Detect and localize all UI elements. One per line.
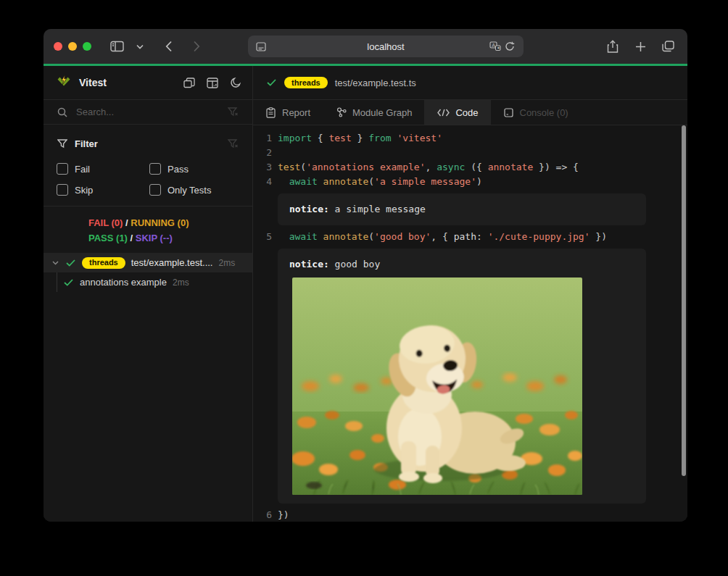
traffic-lights	[54, 42, 91, 51]
code-line: 1import { test } from 'vitest'	[253, 131, 687, 146]
tab-bar: Report Module Graph Code	[253, 100, 687, 125]
code-line: 4 await annotate('a simple message')	[253, 175, 687, 189]
clear-filters-icon[interactable]	[223, 134, 242, 153]
browser-window: localhost A★	[44, 29, 687, 522]
vitest-logo-icon	[57, 75, 71, 91]
annotation-message: a simple message	[329, 204, 426, 214]
funnel-icon	[57, 134, 68, 153]
url-text: localhost	[248, 41, 524, 52]
translate-icon[interactable]: A★	[488, 37, 502, 56]
code-line: 5 await annotate('good boy', { path: './…	[253, 230, 687, 244]
tab-code[interactable]: Code	[424, 100, 490, 125]
line-number: 6	[253, 508, 272, 522]
tab-overview-icon[interactable]	[658, 37, 677, 56]
line-number: 3	[253, 160, 272, 175]
code-token: ({	[465, 162, 487, 172]
chevron-down-icon[interactable]	[131, 37, 149, 56]
code-icon	[437, 103, 450, 122]
address-bar[interactable]: localhost A★	[248, 36, 524, 57]
report-icon	[265, 103, 276, 122]
code-token	[278, 176, 289, 187]
zoom-button[interactable]	[83, 42, 91, 51]
annotation-notice: notice: a simple message	[278, 193, 646, 225]
filter-section: Filter Fail Pass Skip Only Tests	[44, 125, 252, 206]
indent-guide	[57, 272, 57, 292]
browser-toolbar: localhost A★	[44, 29, 687, 64]
code-token	[278, 231, 289, 242]
code-token: 'vitest'	[392, 133, 442, 143]
filter-checkbox-pass[interactable]: Pass	[149, 163, 242, 175]
code-token: from	[368, 133, 391, 143]
code-token: annotate	[318, 231, 368, 242]
file-header: threads test/example.test.ts	[253, 66, 687, 100]
back-button[interactable]	[160, 37, 178, 56]
sidebar-toggle-icon[interactable]	[107, 37, 126, 56]
line-number: 5	[253, 230, 272, 244]
tab-module-graph[interactable]: Module Graph	[323, 100, 424, 125]
code-editor[interactable]: 1import { test } from 'vitest'23test('an…	[253, 125, 687, 522]
code-token: await	[289, 231, 318, 242]
code-token: 'a simple message'	[374, 176, 476, 187]
filter-label: Skip	[75, 185, 93, 196]
code-token: (	[300, 162, 306, 172]
tab-report[interactable]: Report	[253, 100, 323, 125]
annotation-notice: notice: good boy	[278, 249, 646, 504]
code-token: 'annotations example'	[306, 162, 425, 172]
tab-label: Module Graph	[352, 107, 412, 118]
filter-checkbox-fail[interactable]: Fail	[57, 163, 149, 175]
filter-checkbox-only-tests[interactable]: Only Tests	[149, 184, 242, 196]
running-count: RUNNING (0)	[131, 217, 189, 228]
code-token: ,	[426, 162, 437, 172]
puppy-photo	[292, 277, 582, 495]
page-format-icon[interactable]	[255, 37, 268, 56]
puppy-photo	[292, 277, 582, 495]
checkbox-icon	[149, 184, 161, 196]
code-token: annotate	[318, 176, 368, 187]
test-case-row[interactable]: annotations example 2ms	[44, 272, 252, 292]
app-title: Vitest	[79, 77, 107, 88]
code-token: })	[590, 231, 607, 242]
code-token: }) => {	[533, 162, 579, 172]
tab-label: Code	[455, 107, 478, 118]
code-token: './cute-puppy.jpg'	[488, 231, 590, 242]
code-token: import	[278, 133, 312, 143]
code-token	[482, 231, 488, 242]
test-summary: FAIL (0) / RUNNING (0) PASS (1) / SKIP (…	[44, 206, 252, 253]
pass-check-icon	[65, 254, 76, 272]
code-token: path:	[454, 231, 482, 242]
filter-label: Pass	[167, 164, 189, 175]
search-input[interactable]	[75, 106, 217, 118]
pass-check-icon	[266, 73, 277, 92]
filter-title: Filter	[75, 138, 98, 149]
code-token: await	[289, 176, 318, 187]
clear-search-filter-icon[interactable]	[223, 103, 242, 122]
code-token: }	[352, 133, 368, 143]
line-number: 4	[253, 175, 272, 189]
share-icon[interactable]	[603, 37, 622, 56]
dark-mode-moon-icon[interactable]	[229, 76, 242, 89]
scrollbar-thumb[interactable]	[682, 125, 686, 476]
new-tab-icon[interactable]	[631, 37, 650, 56]
code-token: , {	[431, 231, 453, 242]
tab-console[interactable]: Console (0)	[491, 100, 581, 125]
forward-button[interactable]	[187, 37, 206, 56]
reload-icon[interactable]	[502, 37, 517, 56]
minimize-button[interactable]	[68, 42, 77, 51]
code-token: test	[278, 162, 300, 172]
code-line: 2	[253, 146, 687, 160]
chevron-down-icon[interactable]	[51, 254, 59, 272]
close-button[interactable]	[54, 42, 62, 51]
code-token: })	[278, 509, 289, 520]
code-token: annotate	[488, 162, 534, 172]
dashboard-icon[interactable]	[206, 76, 219, 89]
collapse-panels-icon[interactable]	[183, 76, 196, 89]
line-number: 1	[253, 131, 272, 146]
code-token: (	[368, 176, 374, 187]
filter-checkbox-skip[interactable]: Skip	[57, 184, 149, 196]
test-case-name: annotations example	[80, 277, 167, 288]
test-file-row[interactable]: threads test/example.test.... 2ms	[44, 253, 252, 272]
tab-label: Report	[282, 107, 310, 118]
search-bar	[44, 100, 252, 125]
summary-line-2: PASS (1) / SKIP (--)	[88, 230, 245, 246]
open-file-name: test/example.test.ts	[335, 78, 416, 88]
